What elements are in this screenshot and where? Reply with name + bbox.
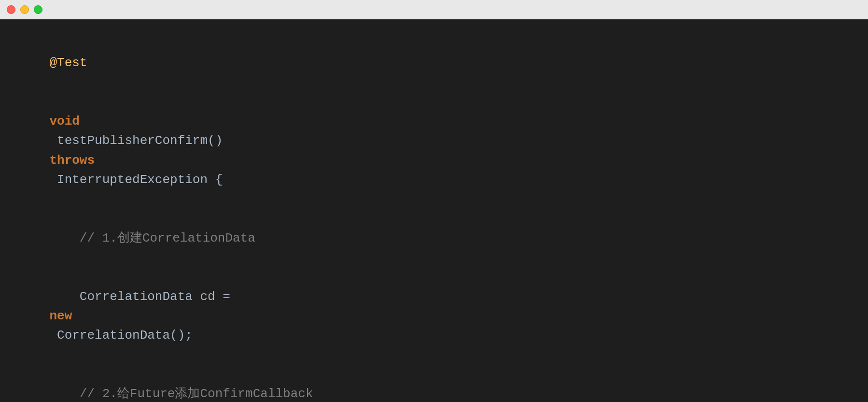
keyword-void: void: [49, 114, 79, 129]
title-bar: [0, 0, 868, 19]
code-line-5: // 2.给Future添加ConfirmCallback: [19, 365, 849, 402]
close-button[interactable]: [7, 5, 15, 14]
code-line-3: // 1.创建CorrelationData: [19, 209, 849, 268]
code-line-2: void testPublisherConfirm() throws Inter…: [19, 92, 849, 209]
code-area: @Test void testPublisherConfirm() throws…: [0, 19, 868, 402]
maximize-button[interactable]: [34, 5, 42, 14]
code-line-4: CorrelationData cd = new CorrelationData…: [19, 268, 849, 365]
code-line-1: @Test: [19, 34, 849, 92]
annotation-test: @Test: [49, 56, 87, 70]
minimize-button[interactable]: [20, 5, 29, 14]
